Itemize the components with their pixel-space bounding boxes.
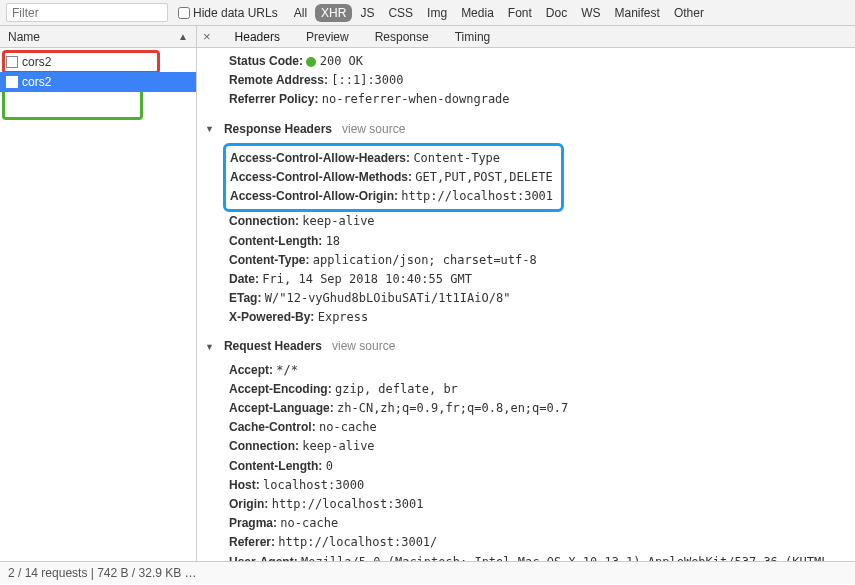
request-header-row: Pragma: no-cache	[215, 514, 855, 533]
type-filter-doc[interactable]: Doc	[540, 4, 573, 22]
type-filter-all[interactable]: All	[288, 4, 313, 22]
request-name: cors2	[22, 75, 51, 89]
request-header-row: Cache-Control: no-cache	[215, 418, 855, 437]
sort-arrow-icon: ▲	[178, 31, 188, 42]
annotation-blue-box: Access-Control-Allow-Headers: Content-Ty…	[223, 143, 564, 213]
tab-timing[interactable]: Timing	[453, 27, 493, 47]
response-header-row: Content-Length: 18	[215, 232, 855, 251]
type-filter-font[interactable]: Font	[502, 4, 538, 22]
filter-input[interactable]	[6, 3, 168, 22]
request-name: cors2	[22, 55, 51, 69]
type-filter-css[interactable]: CSS	[382, 4, 419, 22]
tab-response[interactable]: Response	[373, 27, 431, 47]
type-filter-other[interactable]: Other	[668, 4, 710, 22]
name-column-label: Name	[8, 30, 40, 44]
request-header-row: Referer: http://localhost:3001/	[215, 533, 855, 552]
request-list-pane: Name ▲ cors2cors2	[0, 26, 197, 561]
request-row[interactable]: cors2	[0, 72, 196, 92]
detail-pane: × HeadersPreviewResponseTiming Status Co…	[197, 26, 855, 561]
request-header-row: Host: localhost:3000	[215, 476, 855, 495]
response-header-row: Access-Control-Allow-Methods: GET,PUT,PO…	[230, 168, 553, 187]
file-icon	[6, 76, 18, 88]
status-dot-icon	[306, 57, 316, 67]
main-split: Name ▲ cors2cors2 × HeadersPreviewRespon…	[0, 26, 855, 561]
type-filter-ws[interactable]: WS	[575, 4, 606, 22]
type-filter-group: AllXHRJSCSSImgMediaFontDocWSManifestOthe…	[288, 4, 710, 22]
response-header-row: Connection: keep-alive	[215, 212, 855, 231]
network-toolbar: Hide data URLs AllXHRJSCSSImgMediaFontDo…	[0, 0, 855, 26]
general-status-code: Status Code: 200 OK	[215, 52, 855, 71]
file-icon	[6, 56, 18, 68]
request-list: cors2cors2	[0, 48, 196, 92]
response-header-row: Access-Control-Allow-Headers: Content-Ty…	[230, 149, 553, 168]
hide-data-urls-label: Hide data URLs	[193, 6, 278, 20]
response-headers-section[interactable]: ▼ Response Headers view source	[205, 120, 855, 139]
response-header-row: Content-Type: application/json; charset=…	[215, 251, 855, 270]
tab-headers[interactable]: Headers	[233, 27, 282, 47]
request-header-row: Connection: keep-alive	[215, 437, 855, 456]
type-filter-media[interactable]: Media	[455, 4, 500, 22]
response-header-row: Access-Control-Allow-Origin: http://loca…	[230, 187, 553, 206]
type-filter-img[interactable]: Img	[421, 4, 453, 22]
request-header-row: Content-Length: 0	[215, 457, 855, 476]
request-header-row: Accept-Language: zh-CN,zh;q=0.9,fr;q=0.8…	[215, 399, 855, 418]
hide-data-urls-box[interactable]	[178, 7, 190, 19]
detail-tab-bar: × HeadersPreviewResponseTiming	[197, 26, 855, 48]
name-column-header[interactable]: Name ▲	[0, 26, 196, 48]
disclosure-triangle-icon: ▼	[205, 122, 214, 136]
general-referrer-policy: Referrer Policy: no-referrer-when-downgr…	[215, 90, 855, 109]
type-filter-manifest[interactable]: Manifest	[609, 4, 666, 22]
close-detail-button[interactable]: ×	[203, 29, 211, 44]
status-bar: 2 / 14 requests | 742 B / 32.9 KB …	[0, 561, 855, 584]
type-filter-xhr[interactable]: XHR	[315, 4, 352, 22]
request-header-row: Accept: */*	[215, 361, 855, 380]
view-source-link[interactable]: view source	[332, 337, 395, 356]
response-header-row: Date: Fri, 14 Sep 2018 10:40:55 GMT	[215, 270, 855, 289]
request-header-row: Accept-Encoding: gzip, deflate, br	[215, 380, 855, 399]
tab-preview[interactable]: Preview	[304, 27, 351, 47]
request-headers-section[interactable]: ▼ Request Headers view source	[205, 337, 855, 356]
headers-panel: Status Code: 200 OK Remote Address: [::1…	[197, 48, 855, 561]
request-header-row: User-Agent: Mozilla/5.0 (Macintosh; Inte…	[215, 553, 855, 562]
hide-data-urls-checkbox[interactable]: Hide data URLs	[178, 6, 278, 20]
general-remote-address: Remote Address: [::1]:3000	[215, 71, 855, 90]
request-row[interactable]: cors2	[0, 52, 196, 72]
response-header-row: ETag: W/"12-vyGhud8bLOibuSATi/1t1IAiO/8"	[215, 289, 855, 308]
request-header-row: Origin: http://localhost:3001	[215, 495, 855, 514]
response-header-row: X-Powered-By: Express	[215, 308, 855, 327]
type-filter-js[interactable]: JS	[354, 4, 380, 22]
disclosure-triangle-icon: ▼	[205, 340, 214, 354]
view-source-link[interactable]: view source	[342, 120, 405, 139]
status-bar-text: 2 / 14 requests | 742 B / 32.9 KB …	[8, 566, 197, 580]
